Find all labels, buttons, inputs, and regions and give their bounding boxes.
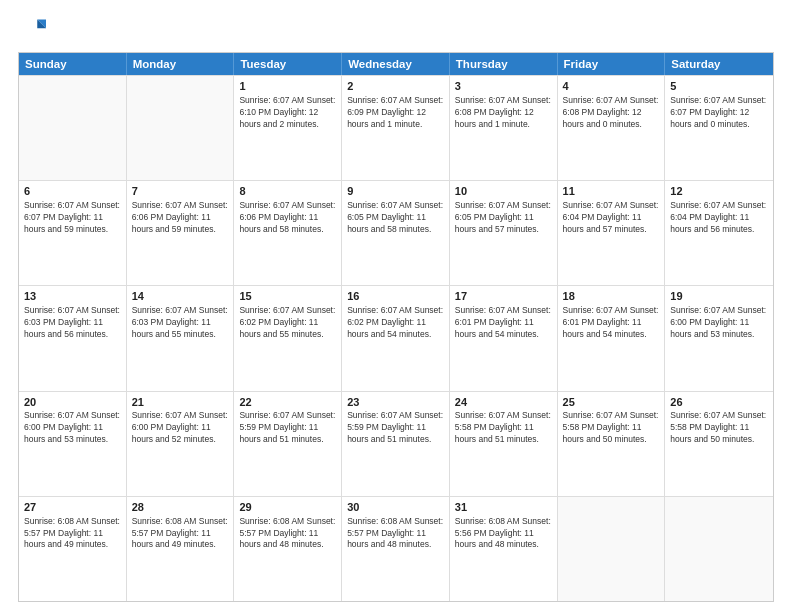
cell-day-number: 18 <box>563 289 660 304</box>
cal-header-cell-thursday: Thursday <box>450 53 558 75</box>
cell-detail: Sunrise: 6:07 AM Sunset: 6:07 PM Dayligh… <box>24 200 121 236</box>
calendar-body: 1Sunrise: 6:07 AM Sunset: 6:10 PM Daylig… <box>19 75 773 601</box>
cal-cell: 5Sunrise: 6:07 AM Sunset: 6:07 PM Daylig… <box>665 76 773 180</box>
cell-day-number: 8 <box>239 184 336 199</box>
cal-cell: 18Sunrise: 6:07 AM Sunset: 6:01 PM Dayli… <box>558 286 666 390</box>
cal-cell <box>558 497 666 601</box>
cell-day-number: 1 <box>239 79 336 94</box>
calendar-header-row: SundayMondayTuesdayWednesdayThursdayFrid… <box>19 53 773 75</box>
cell-day-number: 17 <box>455 289 552 304</box>
cal-header-cell-tuesday: Tuesday <box>234 53 342 75</box>
cal-cell: 10Sunrise: 6:07 AM Sunset: 6:05 PM Dayli… <box>450 181 558 285</box>
cal-cell: 14Sunrise: 6:07 AM Sunset: 6:03 PM Dayli… <box>127 286 235 390</box>
cell-detail: Sunrise: 6:08 AM Sunset: 5:56 PM Dayligh… <box>455 516 552 552</box>
cell-detail: Sunrise: 6:08 AM Sunset: 5:57 PM Dayligh… <box>347 516 444 552</box>
cal-cell: 11Sunrise: 6:07 AM Sunset: 6:04 PM Dayli… <box>558 181 666 285</box>
cell-detail: Sunrise: 6:07 AM Sunset: 5:58 PM Dayligh… <box>670 410 768 446</box>
calendar-week-1: 1Sunrise: 6:07 AM Sunset: 6:10 PM Daylig… <box>19 75 773 180</box>
cal-cell: 23Sunrise: 6:07 AM Sunset: 5:59 PM Dayli… <box>342 392 450 496</box>
cell-day-number: 3 <box>455 79 552 94</box>
cal-cell: 3Sunrise: 6:07 AM Sunset: 6:08 PM Daylig… <box>450 76 558 180</box>
cell-day-number: 19 <box>670 289 768 304</box>
cell-detail: Sunrise: 6:07 AM Sunset: 6:10 PM Dayligh… <box>239 95 336 131</box>
cell-detail: Sunrise: 6:07 AM Sunset: 5:59 PM Dayligh… <box>239 410 336 446</box>
cell-detail: Sunrise: 6:07 AM Sunset: 5:58 PM Dayligh… <box>455 410 552 446</box>
cell-day-number: 2 <box>347 79 444 94</box>
cell-day-number: 14 <box>132 289 229 304</box>
calendar-week-4: 20Sunrise: 6:07 AM Sunset: 6:00 PM Dayli… <box>19 391 773 496</box>
cell-day-number: 31 <box>455 500 552 515</box>
cell-day-number: 29 <box>239 500 336 515</box>
cell-detail: Sunrise: 6:07 AM Sunset: 5:59 PM Dayligh… <box>347 410 444 446</box>
cal-cell: 7Sunrise: 6:07 AM Sunset: 6:06 PM Daylig… <box>127 181 235 285</box>
cell-day-number: 15 <box>239 289 336 304</box>
cal-cell: 22Sunrise: 6:07 AM Sunset: 5:59 PM Dayli… <box>234 392 342 496</box>
cell-day-number: 9 <box>347 184 444 199</box>
cal-cell: 1Sunrise: 6:07 AM Sunset: 6:10 PM Daylig… <box>234 76 342 180</box>
cell-detail: Sunrise: 6:07 AM Sunset: 6:04 PM Dayligh… <box>563 200 660 236</box>
cal-cell: 26Sunrise: 6:07 AM Sunset: 5:58 PM Dayli… <box>665 392 773 496</box>
cal-header-cell-wednesday: Wednesday <box>342 53 450 75</box>
cell-day-number: 6 <box>24 184 121 199</box>
cell-day-number: 25 <box>563 395 660 410</box>
cal-cell: 17Sunrise: 6:07 AM Sunset: 6:01 PM Dayli… <box>450 286 558 390</box>
cell-detail: Sunrise: 6:07 AM Sunset: 5:58 PM Dayligh… <box>563 410 660 446</box>
cell-detail: Sunrise: 6:07 AM Sunset: 6:03 PM Dayligh… <box>24 305 121 341</box>
cell-day-number: 21 <box>132 395 229 410</box>
cell-detail: Sunrise: 6:07 AM Sunset: 6:08 PM Dayligh… <box>455 95 552 131</box>
cal-header-cell-sunday: Sunday <box>19 53 127 75</box>
cal-cell: 20Sunrise: 6:07 AM Sunset: 6:00 PM Dayli… <box>19 392 127 496</box>
cell-detail: Sunrise: 6:07 AM Sunset: 6:00 PM Dayligh… <box>132 410 229 446</box>
cal-cell: 27Sunrise: 6:08 AM Sunset: 5:57 PM Dayli… <box>19 497 127 601</box>
cal-cell: 13Sunrise: 6:07 AM Sunset: 6:03 PM Dayli… <box>19 286 127 390</box>
cal-cell: 29Sunrise: 6:08 AM Sunset: 5:57 PM Dayli… <box>234 497 342 601</box>
cell-detail: Sunrise: 6:07 AM Sunset: 6:01 PM Dayligh… <box>455 305 552 341</box>
cal-cell: 28Sunrise: 6:08 AM Sunset: 5:57 PM Dayli… <box>127 497 235 601</box>
cell-detail: Sunrise: 6:07 AM Sunset: 6:06 PM Dayligh… <box>239 200 336 236</box>
cal-cell <box>19 76 127 180</box>
cal-cell: 12Sunrise: 6:07 AM Sunset: 6:04 PM Dayli… <box>665 181 773 285</box>
cell-day-number: 10 <box>455 184 552 199</box>
cal-header-cell-friday: Friday <box>558 53 666 75</box>
calendar-week-3: 13Sunrise: 6:07 AM Sunset: 6:03 PM Dayli… <box>19 285 773 390</box>
cell-detail: Sunrise: 6:07 AM Sunset: 6:06 PM Dayligh… <box>132 200 229 236</box>
calendar: SundayMondayTuesdayWednesdayThursdayFrid… <box>18 52 774 602</box>
cell-day-number: 13 <box>24 289 121 304</box>
cell-detail: Sunrise: 6:07 AM Sunset: 6:05 PM Dayligh… <box>455 200 552 236</box>
page: SundayMondayTuesdayWednesdayThursdayFrid… <box>0 0 792 612</box>
cell-day-number: 27 <box>24 500 121 515</box>
cell-day-number: 23 <box>347 395 444 410</box>
calendar-week-2: 6Sunrise: 6:07 AM Sunset: 6:07 PM Daylig… <box>19 180 773 285</box>
cell-detail: Sunrise: 6:07 AM Sunset: 6:09 PM Dayligh… <box>347 95 444 131</box>
cal-cell: 21Sunrise: 6:07 AM Sunset: 6:00 PM Dayli… <box>127 392 235 496</box>
cell-day-number: 7 <box>132 184 229 199</box>
cal-cell: 8Sunrise: 6:07 AM Sunset: 6:06 PM Daylig… <box>234 181 342 285</box>
cell-day-number: 12 <box>670 184 768 199</box>
cell-day-number: 4 <box>563 79 660 94</box>
cal-header-cell-monday: Monday <box>127 53 235 75</box>
logo-icon <box>18 16 46 44</box>
cal-cell: 6Sunrise: 6:07 AM Sunset: 6:07 PM Daylig… <box>19 181 127 285</box>
cell-detail: Sunrise: 6:07 AM Sunset: 6:00 PM Dayligh… <box>670 305 768 341</box>
cell-day-number: 20 <box>24 395 121 410</box>
cell-detail: Sunrise: 6:07 AM Sunset: 6:00 PM Dayligh… <box>24 410 121 446</box>
cal-cell: 25Sunrise: 6:07 AM Sunset: 5:58 PM Dayli… <box>558 392 666 496</box>
cal-cell: 24Sunrise: 6:07 AM Sunset: 5:58 PM Dayli… <box>450 392 558 496</box>
cal-cell: 16Sunrise: 6:07 AM Sunset: 6:02 PM Dayli… <box>342 286 450 390</box>
cell-detail: Sunrise: 6:07 AM Sunset: 6:08 PM Dayligh… <box>563 95 660 131</box>
cell-detail: Sunrise: 6:08 AM Sunset: 5:57 PM Dayligh… <box>132 516 229 552</box>
cell-day-number: 11 <box>563 184 660 199</box>
cell-day-number: 24 <box>455 395 552 410</box>
cell-day-number: 28 <box>132 500 229 515</box>
cell-day-number: 5 <box>670 79 768 94</box>
logo <box>18 16 50 44</box>
cal-header-cell-saturday: Saturday <box>665 53 773 75</box>
cal-cell <box>127 76 235 180</box>
cal-cell: 15Sunrise: 6:07 AM Sunset: 6:02 PM Dayli… <box>234 286 342 390</box>
cell-day-number: 26 <box>670 395 768 410</box>
header <box>18 16 774 44</box>
cell-day-number: 30 <box>347 500 444 515</box>
cal-cell: 4Sunrise: 6:07 AM Sunset: 6:08 PM Daylig… <box>558 76 666 180</box>
cal-cell <box>665 497 773 601</box>
cell-day-number: 22 <box>239 395 336 410</box>
